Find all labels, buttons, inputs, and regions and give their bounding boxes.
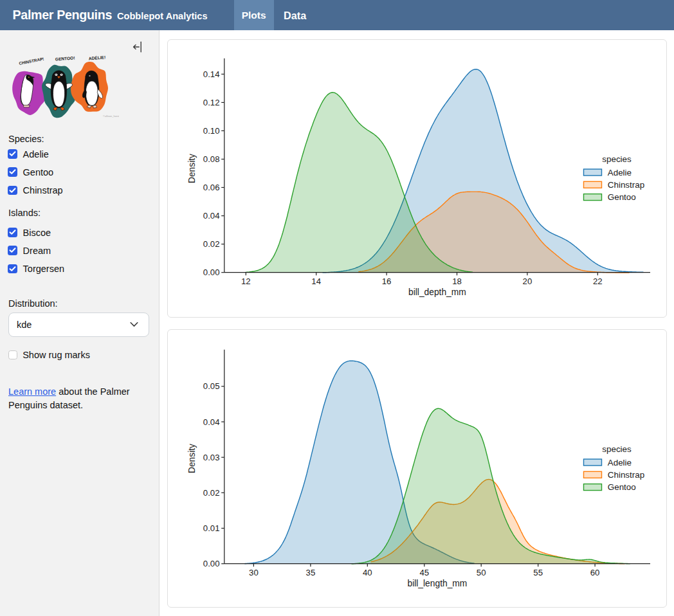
svg-text:species: species xyxy=(602,444,632,454)
svg-text:0.04: 0.04 xyxy=(203,417,220,427)
svg-text:0.06: 0.06 xyxy=(203,183,220,192)
svg-text:30: 30 xyxy=(249,568,259,577)
svg-text:Density: Density xyxy=(187,154,197,183)
svg-text:14: 14 xyxy=(311,276,321,286)
svg-text:0.10: 0.10 xyxy=(203,126,220,136)
svg-text:Chinstrap: Chinstrap xyxy=(608,180,644,190)
svg-text:Gentoo: Gentoo xyxy=(608,192,636,202)
svg-text:55: 55 xyxy=(533,568,543,577)
svg-text:0.02: 0.02 xyxy=(203,239,220,249)
svg-text:18: 18 xyxy=(452,276,462,286)
svg-text:20: 20 xyxy=(523,276,533,286)
svg-text:0.08: 0.08 xyxy=(203,154,220,164)
svg-text:bill_depth_mm: bill_depth_mm xyxy=(408,287,466,297)
svg-text:Adelie: Adelie xyxy=(608,458,632,467)
svg-text:Gentoo: Gentoo xyxy=(608,482,636,492)
svg-text:45: 45 xyxy=(419,568,429,577)
svg-text:0.04: 0.04 xyxy=(203,211,220,221)
svg-text:16: 16 xyxy=(382,276,392,286)
svg-text:0.00: 0.00 xyxy=(203,267,220,277)
svg-text:0.05: 0.05 xyxy=(203,381,220,391)
svg-text:species: species xyxy=(602,154,632,164)
svg-text:©allison_horst: ©allison_horst xyxy=(103,114,119,118)
svg-text:22: 22 xyxy=(593,276,603,286)
svg-text:Adelie: Adelie xyxy=(608,168,632,177)
svg-text:ADÉLIE!: ADÉLIE! xyxy=(88,55,105,60)
svg-text:Density: Density xyxy=(187,444,197,473)
svg-text:CHINSTRAP!: CHINSTRAP! xyxy=(19,57,44,66)
svg-text:0.01: 0.01 xyxy=(203,523,220,533)
svg-text:0.00: 0.00 xyxy=(203,559,220,568)
svg-text:35: 35 xyxy=(306,568,316,577)
svg-text:0.14: 0.14 xyxy=(203,69,220,79)
svg-text:50: 50 xyxy=(477,568,486,577)
svg-text:40: 40 xyxy=(363,568,372,577)
svg-text:bill_length_mm: bill_length_mm xyxy=(408,579,468,588)
svg-text:60: 60 xyxy=(590,568,600,577)
svg-text:GENTOO!: GENTOO! xyxy=(55,55,75,61)
svg-text:12: 12 xyxy=(241,276,251,286)
svg-text:0.02: 0.02 xyxy=(203,488,220,498)
svg-text:0.03: 0.03 xyxy=(203,453,220,462)
svg-text:0.12: 0.12 xyxy=(203,98,220,107)
svg-text:Chinstrap: Chinstrap xyxy=(608,470,644,480)
